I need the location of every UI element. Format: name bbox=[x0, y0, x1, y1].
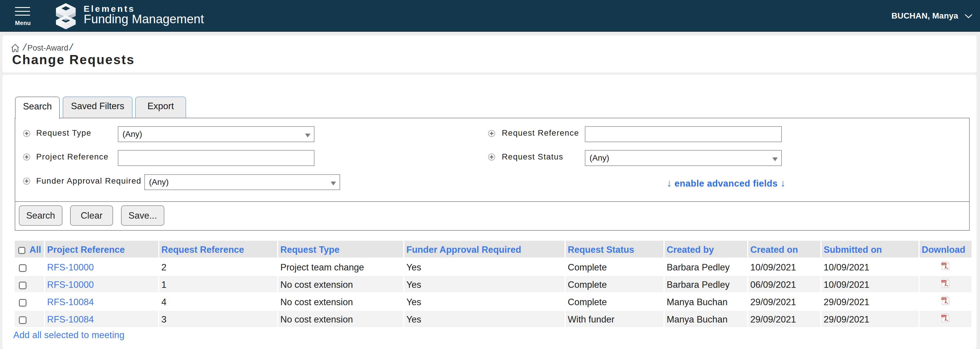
svg-text:PDF: PDF bbox=[942, 315, 947, 317]
svg-text:PDF: PDF bbox=[942, 298, 947, 300]
svg-text:PDF: PDF bbox=[942, 263, 947, 265]
svg-text:PDF: PDF bbox=[942, 281, 947, 282]
